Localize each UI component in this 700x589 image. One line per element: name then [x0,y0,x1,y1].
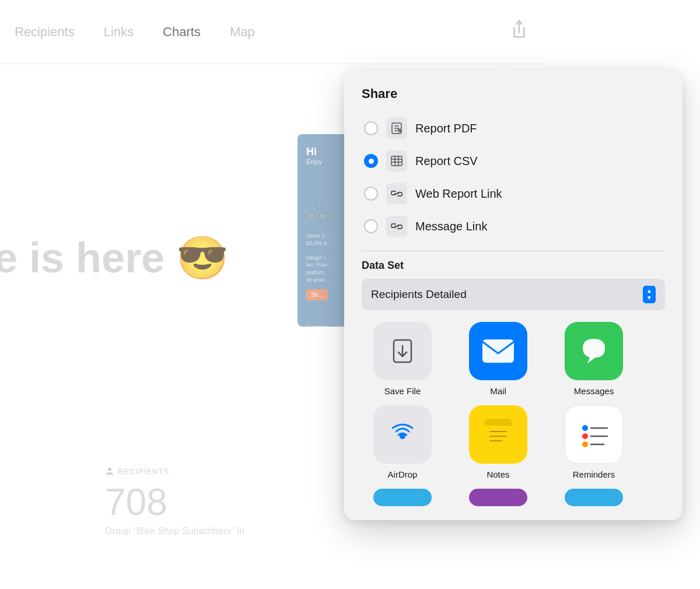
messages-label: Messages [574,386,614,396]
svg-point-24 [582,425,588,431]
svg-rect-16 [482,339,514,363]
share-icon [510,19,528,40]
messages-icon [578,335,610,367]
app-grid: Save File Mail Messages [362,322,665,396]
option-message-link[interactable]: Message Link [362,210,665,243]
mail-icon [481,338,515,364]
app-notes[interactable]: Notes [457,405,539,479]
svg-text:A: A [398,129,400,132]
app-airdrop[interactable]: AirDrop [362,405,443,479]
airdrop-icon-wrap [373,405,432,464]
panel-caret [496,62,512,71]
app-mail[interactable]: Mail [457,322,539,396]
option-report-pdf[interactable]: A Report PDF [362,112,665,145]
option-web-report-link[interactable]: Web Report Link [362,177,665,210]
message-link-label: Message Link [415,220,487,233]
report-csv-label: Report CSV [415,155,478,168]
airdrop-icon [387,419,418,450]
radio-message-link[interactable] [364,219,378,233]
mail-icon-wrap [469,322,527,380]
svg-point-1 [108,468,111,471]
app-grid-row3 [362,489,665,506]
svg-rect-20 [485,422,512,426]
radio-report-csv[interactable] [364,154,378,168]
reminders-label: Reminders [573,469,615,479]
svg-rect-8 [391,156,402,166]
divider-1 [362,251,665,251]
save-file-icon-wrap [373,322,432,380]
app-more-1[interactable] [362,489,443,506]
option-report-csv[interactable]: Report CSV [362,145,665,177]
dataset-select-value: Recipients Detailed [371,288,467,301]
radio-report-pdf[interactable] [364,121,378,135]
app-grid-row2: AirDrop Notes [362,405,665,479]
recipients-desc: Group "Bike Shop Subscribers" in [105,526,244,537]
save-file-icon [389,338,416,364]
notes-icon-wrap [469,405,527,464]
share-button[interactable] [502,12,537,47]
top-nav: Recipients Links Charts Map [0,0,548,64]
report-csv-icon [386,150,407,171]
reminders-icon-wrap [565,405,623,464]
dataset-title: Data Set [362,260,665,272]
reminders-icon [575,415,613,454]
message-link-icon [386,216,407,237]
svg-point-28 [582,441,588,447]
share-panel-title: Share [362,86,665,101]
web-report-link-icon [386,183,407,204]
hero-text: le is here 😎 [0,233,229,283]
share-panel: Share A Report PDF Rep [344,70,682,520]
recipients-section: RECIPIENTS 708 Group "Bike Shop Subscrib… [105,467,244,537]
radio-web-report-link[interactable] [364,187,378,201]
app-reminders[interactable]: Reminders [553,405,635,479]
recipients-label: RECIPIENTS [105,467,244,476]
web-report-link-label: Web Report Link [415,187,502,201]
tab-map[interactable]: Map [227,19,258,45]
dataset-select[interactable]: Recipients Detailed ▲ ▼ [362,279,665,310]
shop-btn: Sh... [306,289,328,300]
tab-links[interactable]: Links [101,19,136,45]
app-save-file[interactable]: Save File [362,322,443,396]
tab-charts[interactable]: Charts [160,19,204,45]
tab-recipients[interactable]: Recipients [12,19,78,45]
notes-label: Notes [487,469,509,479]
mail-label: Mail [490,386,506,396]
messages-icon-wrap [565,322,623,380]
dataset-chevron-icon: ▲ ▼ [643,286,656,303]
person-icon [105,467,114,476]
more-app-1-icon-wrap [373,489,432,506]
app-messages[interactable]: Messages [553,322,635,396]
app-more-2[interactable] [457,489,539,506]
airdrop-label: AirDrop [388,469,418,479]
more-app-2-icon-wrap [469,489,527,506]
svg-point-26 [582,433,588,439]
report-pdf-icon: A [386,118,407,139]
notes-icon [482,418,514,451]
app-more-3[interactable] [553,489,635,506]
recipients-count: 708 [105,481,244,524]
report-pdf-label: Report PDF [415,122,477,135]
more-app-3-icon-wrap [565,489,623,506]
save-file-label: Save File [384,386,421,396]
